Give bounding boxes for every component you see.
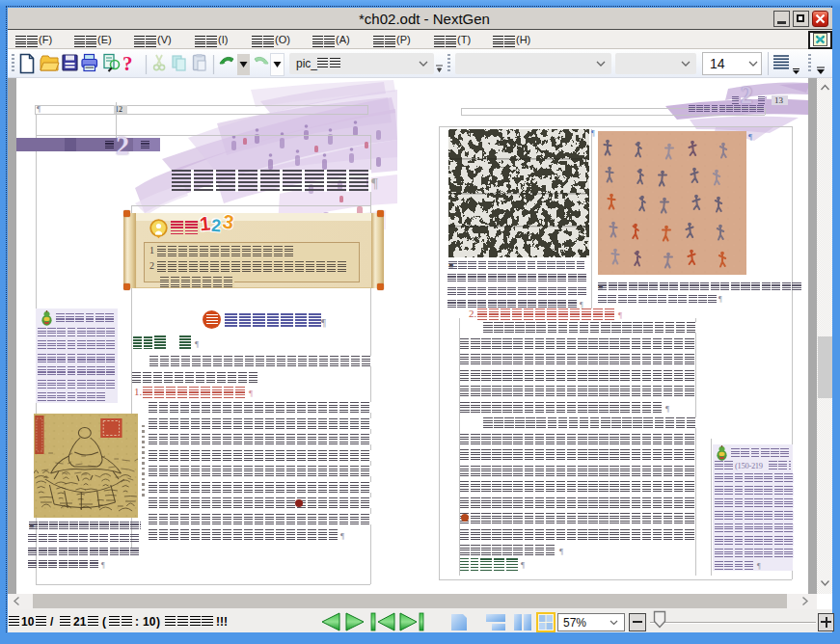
svg-text:?: ? [122, 53, 133, 75]
